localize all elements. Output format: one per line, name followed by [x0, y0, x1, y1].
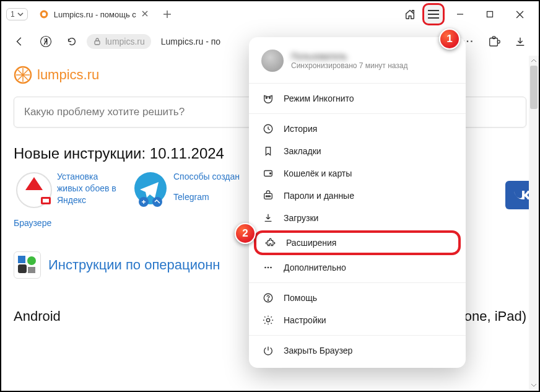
url-page-title: Lumpics.ru - по: [161, 37, 220, 46]
menu-item-label: Расширения: [286, 238, 336, 248]
menu-more[interactable]: Дополнительно: [249, 256, 466, 279]
svg-rect-2: [487, 12, 493, 17]
article-card: Способы создан Telegram: [130, 171, 240, 209]
svg-rect-4: [95, 41, 100, 45]
divider: [249, 282, 466, 283]
menu-item-label: Настройки: [284, 315, 326, 325]
svg-point-23: [266, 97, 267, 98]
bookmark-icon: [263, 146, 274, 157]
menu-incognito[interactable]: Режим Инкогнито: [249, 87, 466, 110]
svg-rect-7: [497, 40, 500, 43]
menu-item-label: Помощь: [284, 293, 317, 303]
svg-rect-22: [28, 267, 35, 273]
tab-close-icon[interactable]: [141, 9, 149, 20]
orange-favicon-icon: [39, 9, 49, 19]
help-icon: [263, 292, 274, 303]
tab-count[interactable]: 1: [6, 8, 28, 20]
article-link[interactable]: Установка живых обоев в Яндекс: [57, 171, 125, 206]
platform-android[interactable]: Android: [14, 308, 61, 324]
yandex-browser-icon: [14, 171, 54, 209]
sidebar-toggle-button[interactable]: [399, 3, 421, 25]
menu-wallet[interactable]: Кошелёк и карты: [249, 162, 466, 185]
menu-profile[interactable]: Пользователь Синхронизировано 7 минут на…: [249, 43, 466, 79]
menu-item-label: Закрыть Браузер: [284, 346, 352, 355]
gear-icon: [263, 315, 274, 326]
profile-name: Пользователь: [291, 51, 408, 61]
new-tab-button[interactable]: [159, 6, 176, 23]
menu-downloads[interactable]: Загрузки: [249, 207, 466, 229]
article-link[interactable]: Способы создан: [173, 171, 240, 183]
power-icon: [263, 345, 274, 356]
divider: [249, 113, 466, 114]
svg-point-36: [268, 300, 268, 300]
callout-badge-2: 2: [235, 223, 256, 244]
maximize-button[interactable]: [476, 3, 504, 25]
avatar-icon: [261, 50, 284, 72]
menu-quit[interactable]: Закрыть Браузер: [249, 339, 466, 362]
scroll-up-icon[interactable]: [531, 58, 536, 63]
menu-settings[interactable]: Настройки: [249, 309, 466, 331]
tab-count-number: 1: [11, 10, 15, 19]
article-link-extra[interactable]: Telegram: [173, 191, 240, 203]
main-menu-button[interactable]: [422, 3, 445, 25]
divider: [249, 335, 466, 336]
tab-title: Lumpics.ru - помощь с: [54, 10, 136, 19]
mask-icon: [263, 93, 274, 104]
downloads-button[interactable]: [509, 30, 531, 53]
svg-rect-19: [18, 256, 25, 263]
vertical-scrollbar[interactable]: [529, 56, 539, 390]
close-window-button[interactable]: [505, 3, 534, 25]
svg-point-31: [269, 196, 271, 197]
svg-point-27: [270, 173, 271, 174]
main-menu-panel: Пользователь Синхронизировано 7 минут на…: [249, 37, 466, 368]
url-host: lumpics.ru: [105, 37, 145, 46]
svg-point-30: [268, 196, 269, 197]
telegram-icon: [130, 171, 171, 209]
menu-item-label: Загрузки: [284, 213, 318, 223]
svg-rect-15: [43, 199, 49, 203]
download-icon: [263, 212, 274, 224]
menu-help[interactable]: Помощь: [249, 287, 466, 309]
clock-icon: [263, 123, 274, 134]
menu-item-label: Дополнительно: [284, 263, 346, 272]
menu-item-label: Режим Инкогнито: [284, 94, 354, 103]
svg-rect-6: [492, 37, 495, 39]
svg-point-24: [269, 97, 271, 98]
os-instructions-link[interactable]: Инструкции по операционн: [48, 257, 220, 273]
svg-rect-5: [490, 38, 498, 46]
logo-text: lumpics.ru: [37, 67, 99, 83]
menu-bookmarks[interactable]: Закладки: [249, 140, 466, 162]
yandex-button[interactable]: [35, 30, 57, 53]
divider: [249, 83, 466, 84]
svg-point-33: [268, 267, 269, 269]
scroll-down-icon[interactable]: [531, 383, 536, 388]
puzzle-icon: [265, 237, 276, 248]
article-card: Установка живых обоев в Яндекс: [14, 171, 125, 209]
key-icon: [263, 190, 274, 201]
orange-logo-icon: [14, 66, 32, 84]
svg-point-1: [41, 12, 45, 16]
menu-extensions[interactable]: Расширения: [254, 230, 461, 255]
menu-item-label: Кошелёк и карты: [284, 168, 352, 178]
active-tab[interactable]: Lumpics.ru - помощь с: [33, 4, 155, 25]
menu-item-label: Пароли и данные: [284, 191, 354, 201]
chevron-down-icon: [17, 11, 24, 17]
menu-history[interactable]: История: [249, 118, 466, 140]
sync-status: Синхронизировано 7 минут назад: [291, 61, 408, 70]
minimize-button[interactable]: [446, 3, 474, 25]
scroll-thumb[interactable]: [530, 66, 538, 109]
svg-point-18: [152, 197, 162, 207]
lock-icon: [93, 37, 102, 46]
svg-point-21: [27, 256, 36, 265]
svg-point-29: [266, 196, 267, 197]
reload-button[interactable]: [61, 30, 83, 53]
svg-point-34: [270, 267, 272, 269]
menu-passwords[interactable]: Пароли и данные: [249, 185, 466, 207]
svg-point-32: [264, 267, 266, 269]
extensions-button[interactable]: [483, 30, 505, 53]
os-multi-icon: [14, 251, 41, 279]
tab-bar: 1 Lumpics.ru - помощь с: [1, 1, 539, 27]
site-identity[interactable]: lumpics.ru: [87, 34, 151, 49]
wallet-icon: [263, 168, 274, 179]
back-button[interactable]: [9, 30, 31, 53]
